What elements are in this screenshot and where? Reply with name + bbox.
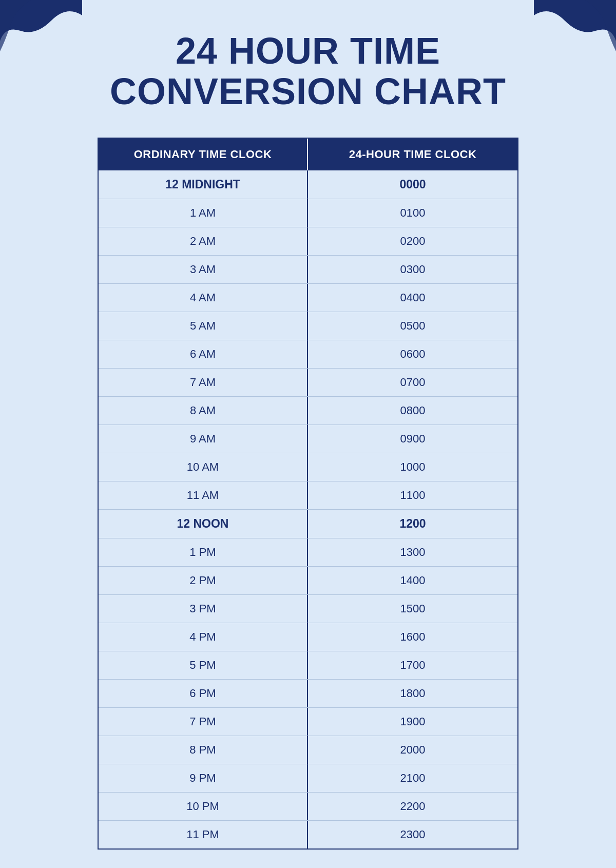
table-row: 3 AM0300: [99, 256, 517, 284]
table-row: 11 AM1100: [99, 481, 517, 510]
ordinary-time-cell: 1 AM: [99, 199, 308, 227]
military-time-cell: 0100: [308, 199, 517, 227]
table-row: 6 AM0600: [99, 340, 517, 369]
military-time-cell: 0300: [308, 256, 517, 283]
table-row: 8 PM2000: [99, 736, 517, 764]
military-time-cell: 0000: [308, 170, 517, 199]
ordinary-time-cell: 10 PM: [99, 793, 308, 820]
military-time-cell: 2000: [308, 736, 517, 764]
ordinary-time-cell: 12 MIDNIGHT: [99, 170, 308, 199]
table-row: 3 PM1500: [99, 595, 517, 623]
ordinary-time-cell: 2 PM: [99, 567, 308, 594]
table-row: 4 PM1600: [99, 623, 517, 651]
military-time-cell: 1700: [308, 651, 517, 679]
military-time-cell: 1200: [308, 510, 517, 538]
table-row: 11 PM2300: [99, 821, 517, 848]
table-row: 5 AM0500: [99, 312, 517, 340]
military-time-cell: 0400: [308, 284, 517, 312]
ordinary-time-cell: 8 AM: [99, 397, 308, 425]
military-time-cell: 2100: [308, 764, 517, 792]
military-time-cell: 1900: [308, 708, 517, 736]
table-row: 1 AM0100: [99, 199, 517, 227]
table-row: 4 AM0400: [99, 284, 517, 312]
table-row: 1 PM1300: [99, 538, 517, 567]
military-time-cell: 0600: [308, 340, 517, 368]
table-row: 5 PM1700: [99, 651, 517, 680]
ordinary-time-cell: 4 AM: [99, 284, 308, 312]
ordinary-time-cell: 1 PM: [99, 538, 308, 566]
ordinary-time-cell: 3 AM: [99, 256, 308, 283]
military-time-cell: 1600: [308, 623, 517, 651]
table-row: 7 AM0700: [99, 369, 517, 397]
ordinary-time-cell: 12 NOON: [99, 510, 308, 538]
chart-body: 12 MIDNIGHT00001 AM01002 AM02003 AM03004…: [99, 170, 517, 848]
military-time-cell: 1000: [308, 453, 517, 481]
ordinary-time-cell: 11 AM: [99, 481, 308, 509]
military-time-cell: 2300: [308, 821, 517, 848]
military-time-cell: 1800: [308, 680, 517, 707]
ordinary-time-cell: 10 AM: [99, 453, 308, 481]
ordinary-time-cell: 9 PM: [99, 764, 308, 792]
ordinary-time-cell: 6 AM: [99, 340, 308, 368]
military-time-cell: 0500: [308, 312, 517, 340]
military-time-cell: 0800: [308, 397, 517, 425]
title-line2: CONVERSION CHART: [110, 71, 506, 112]
military-time-cell: 2200: [308, 793, 517, 820]
military-time-cell: 0200: [308, 227, 517, 255]
ordinary-time-cell: 2 AM: [99, 227, 308, 255]
ordinary-time-cell: 9 AM: [99, 425, 308, 453]
conversion-chart: ORDINARY TIME CLOCK 24-HOUR TIME CLOCK 1…: [98, 138, 518, 850]
military-time-cell: 1100: [308, 481, 517, 509]
ordinary-time-cell: 8 PM: [99, 736, 308, 764]
title-line1: 24 HOUR TIME: [176, 30, 440, 71]
military-time-cell: 0900: [308, 425, 517, 453]
military-time-cell: 0700: [308, 369, 517, 396]
table-row: 9 PM2100: [99, 764, 517, 793]
header-ordinary-time: ORDINARY TIME CLOCK: [99, 139, 308, 170]
ordinary-time-cell: 11 PM: [99, 821, 308, 848]
table-row: 12 MIDNIGHT0000: [99, 170, 517, 199]
table-row: 2 AM0200: [99, 227, 517, 256]
table-row: 6 PM1800: [99, 680, 517, 708]
page-title: 24 HOUR TIME CONVERSION CHART: [69, 31, 547, 112]
table-row: 9 AM0900: [99, 425, 517, 453]
table-row: 10 PM2200: [99, 793, 517, 821]
ordinary-time-cell: 6 PM: [99, 680, 308, 707]
table-row: 2 PM1400: [99, 567, 517, 595]
military-time-cell: 1300: [308, 538, 517, 566]
ordinary-time-cell: 5 PM: [99, 651, 308, 679]
table-row: 12 NOON1200: [99, 510, 517, 538]
ordinary-time-cell: 5 AM: [99, 312, 308, 340]
military-time-cell: 1500: [308, 595, 517, 623]
ordinary-time-cell: 3 PM: [99, 595, 308, 623]
chart-header: ORDINARY TIME CLOCK 24-HOUR TIME CLOCK: [99, 139, 517, 170]
header-24hour-time: 24-HOUR TIME CLOCK: [308, 139, 517, 170]
table-row: 10 AM1000: [99, 453, 517, 481]
table-row: 8 AM0800: [99, 397, 517, 425]
military-time-cell: 1400: [308, 567, 517, 594]
page-container: 24 HOUR TIME CONVERSION CHART ORDINARY T…: [0, 0, 616, 868]
table-row: 7 PM1900: [99, 708, 517, 736]
ordinary-time-cell: 7 AM: [99, 369, 308, 396]
ordinary-time-cell: 4 PM: [99, 623, 308, 651]
ordinary-time-cell: 7 PM: [99, 708, 308, 736]
